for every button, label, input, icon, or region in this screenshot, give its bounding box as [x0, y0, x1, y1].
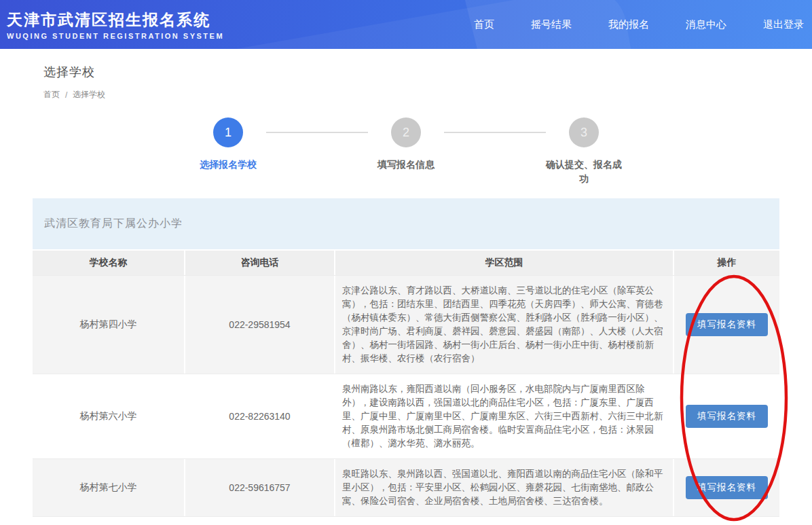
district-range-cell: 京津公路以东、育才路以西、大桥道以南、三号道以北的住宅小区（除军英公寓），包括：… — [335, 276, 674, 374]
fill-registration-button[interactable]: 填写报名资料 — [686, 476, 768, 499]
column-header-action: 操作 — [674, 251, 779, 275]
schools-table: 学校名称 咨询电话 学区范围 操作 杨村第四小学 022-29581954 京津… — [33, 251, 779, 525]
phone-cell: 022-82263140 — [185, 374, 335, 458]
app-title: 天津市武清区招生报名系统 — [7, 10, 224, 30]
brand: 天津市武清区招生报名系统 WUQING STUDENT REGISTRATION… — [0, 10, 224, 40]
phone-cell: 022-29581954 — [185, 276, 335, 374]
step-1-label: 选择报名学校 — [200, 158, 257, 172]
step-2-fill-info: 2 填写报名信息 — [368, 117, 444, 172]
column-header-district-range: 学区范围 — [335, 251, 674, 275]
breadcrumb-current: 选择学校 — [73, 89, 105, 101]
column-header-school-name: 学校名称 — [33, 251, 185, 275]
school-name-cell: 杨村第六小学 — [33, 374, 185, 458]
phone-cell: 022-59616757 — [185, 459, 335, 516]
action-cell: 填写报名资料 — [674, 374, 779, 458]
main-content: 选择学校 首页 / 选择学校 1 选择报名学校 2 填写报名信息 3 确认提交、… — [0, 49, 812, 525]
table-header: 学校名称 咨询电话 学区范围 操作 — [33, 251, 779, 275]
step-1-select-school: 1 选择报名学校 — [190, 117, 266, 172]
page-title: 选择学校 — [43, 64, 812, 80]
step-3-confirm-submit: 3 确认提交、报名成功 — [546, 117, 622, 186]
district-range-cell: 雍阳西道以南，翠亨路以西，前进道以北的商品住宅小区，包括：亨通花园、北岸尚城、雍… — [335, 517, 674, 525]
top-nav: 首页 摇号结果 我的报名 消息中心 退出登录 — [474, 18, 812, 31]
breadcrumb-separator: / — [65, 90, 67, 100]
nav-item-my-registration[interactable]: 我的报名 — [608, 18, 649, 31]
step-3-label: 确认提交、报名成功 — [546, 158, 622, 186]
table-row: 杨村第七小学 022-59616757 泉旺路以东、泉州路以西、强国道以北、雍阳… — [33, 458, 779, 516]
table-row: 杨村第六小学 022-82263140 泉州南路以东，雍阳西道以南（回小服务区，… — [33, 374, 779, 458]
nav-item-logout[interactable]: 退出登录 — [763, 18, 804, 31]
action-cell: 填写报名资料 — [674, 517, 779, 525]
nav-item-message-center[interactable]: 消息中心 — [686, 18, 726, 31]
step-3-circle: 3 — [569, 117, 599, 147]
app-subtitle: WUQING STUDENT REGISTRATION SYSTEM — [7, 32, 224, 40]
step-1-circle: 1 — [213, 117, 243, 147]
top-bar: 天津市武清区招生报名系统 WUQING STUDENT REGISTRATION… — [0, 0, 812, 49]
nav-item-home[interactable]: 首页 — [474, 18, 494, 31]
stepper-connector — [444, 132, 546, 133]
stepper: 1 选择报名学校 2 填写报名信息 3 确认提交、报名成功 — [0, 117, 812, 186]
phone-cell: 022-82191638 — [185, 517, 335, 525]
breadcrumb-home[interactable]: 首页 — [43, 89, 60, 101]
action-cell: 填写报名资料 — [674, 276, 779, 374]
stepper-connector — [266, 132, 368, 133]
school-name-cell: 杨村第九小学 — [33, 517, 185, 525]
breadcrumb: 首页 / 选择学校 — [43, 89, 812, 101]
table-row: 杨村第四小学 022-29581954 京津公路以东、育才路以西、大桥道以南、三… — [33, 275, 779, 374]
fill-registration-button[interactable]: 填写报名资料 — [686, 313, 768, 336]
step-2-label: 填写报名信息 — [377, 158, 435, 172]
nav-item-lottery-results[interactable]: 摇号结果 — [531, 18, 572, 31]
step-2-circle: 2 — [391, 117, 421, 147]
district-range-cell: 泉州南路以东，雍阳西道以南（回小服务区，水电部院内与广厦南里西区除外），建设南路… — [335, 374, 674, 458]
section-title: 武清区教育局下属公办小学 — [44, 217, 183, 231]
district-range-cell: 泉旺路以东、泉州路以西、强国道以北、雍阳西道以南的商品住宅小区（除和平里小区），… — [335, 459, 674, 516]
section-panel: 武清区教育局下属公办小学 — [33, 198, 779, 249]
table-body: 杨村第四小学 022-29581954 京津公路以东、育才路以西、大桥道以南、三… — [33, 275, 779, 525]
action-cell: 填写报名资料 — [674, 459, 779, 516]
column-header-phone: 咨询电话 — [185, 251, 335, 275]
fill-registration-button[interactable]: 填写报名资料 — [686, 405, 768, 428]
school-name-cell: 杨村第四小学 — [33, 276, 185, 374]
school-name-cell: 杨村第七小学 — [33, 459, 185, 516]
table-row: 杨村第九小学 022-82191638 雍阳西道以南，翠亨路以西，前进道以北的商… — [33, 516, 779, 525]
